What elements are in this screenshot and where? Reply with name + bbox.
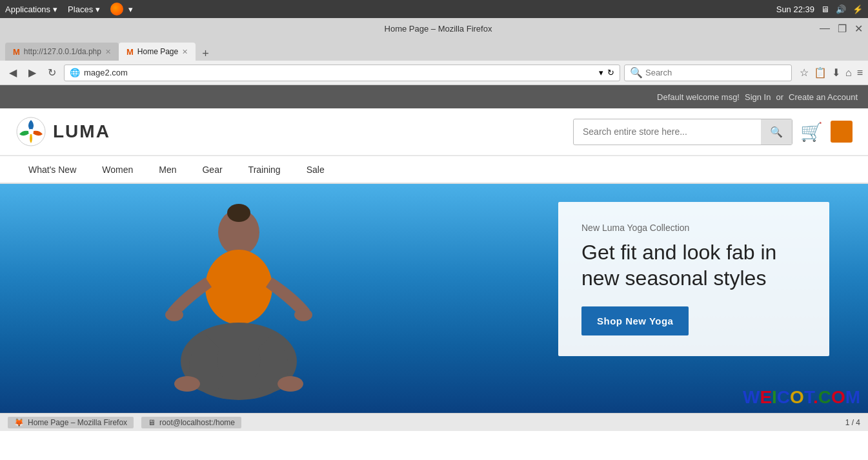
back-button[interactable]: ◀ — [5, 65, 21, 80]
site-search-input[interactable] — [574, 120, 761, 143]
menu-icon[interactable]: ≡ — [857, 67, 863, 79]
statusbar-task1-label: Home Page – Mozilla Firefox — [28, 418, 127, 427]
nav-item-sale[interactable]: Sale — [294, 156, 338, 183]
page-indicator: 1 / 4 — [845, 418, 860, 427]
browser-search-input[interactable] — [645, 68, 786, 77]
welcome-bar: Default welcome msg! Sign In or Create a… — [0, 85, 868, 108]
applications-menu[interactable]: Applications ▾ — [5, 5, 57, 14]
create-account-link[interactable]: Create an Account — [789, 92, 858, 102]
statusbar-task2-label: root@localhost:/home — [159, 418, 235, 427]
logo-icon — [15, 116, 46, 147]
tab2-label: Home Page — [137, 47, 178, 56]
watermark: WEICOT.COM — [743, 387, 860, 408]
browser-titlebar: Home Page – Mozilla Firefox — ❐ ✕ — [0, 18, 868, 39]
bookmark-icon[interactable]: 📋 — [814, 66, 827, 79]
signin-link[interactable]: Sign In — [745, 92, 771, 102]
places-menu[interactable]: Places ▾ — [68, 5, 100, 14]
applications-label: Applications — [5, 5, 50, 14]
new-tab-button[interactable]: + — [198, 47, 213, 61]
lock-icon: 🌐 — [70, 68, 80, 77]
tab2-close[interactable]: ✕ — [182, 48, 188, 56]
hero-title: Get fit and look fab in new seasonal sty… — [581, 239, 806, 291]
shop-new-yoga-button[interactable]: Shop New Yoga — [581, 306, 689, 335]
cart-icon[interactable]: 🛒 — [800, 121, 823, 143]
svg-point-5 — [205, 250, 272, 325]
download-icon[interactable]: ⬇ — [832, 66, 840, 79]
nav-item-women[interactable]: Women — [89, 156, 146, 183]
header-right: 🔍 🛒 — [573, 119, 853, 145]
svg-point-3 — [227, 204, 250, 222]
hero-subtitle: New Luma Yoga Collection — [581, 223, 806, 233]
tab1-label: http://127.0.0.1/da.php — [24, 47, 101, 56]
applications-arrow: ▾ — [53, 5, 57, 14]
terminal-icon: 🖥 — [148, 418, 156, 427]
address-bar[interactable]: 🌐 mage2.com ▾ ↻ — [64, 65, 620, 81]
refresh-button[interactable]: ↻ — [44, 65, 60, 80]
yoga-person-illustration — [142, 194, 336, 413]
tab1-favicon: M — [13, 47, 20, 57]
dropdown-icon: ▾ — [599, 68, 603, 77]
cart-badge[interactable] — [831, 121, 853, 143]
svg-point-7 — [294, 308, 312, 321]
site-search-button[interactable]: 🔍 — [761, 119, 792, 145]
site-header: LUMA 🔍 🛒 — [0, 108, 868, 155]
places-arrow: ▾ — [96, 5, 100, 14]
logo-text: LUMA — [53, 121, 110, 142]
tab-1[interactable]: M http://127.0.0.1/da.php ✕ — [5, 43, 119, 61]
nav-item-men[interactable]: Men — [146, 156, 189, 183]
statusbar-task-terminal[interactable]: 🖥 root@localhost:/home — [141, 417, 241, 428]
tab1-close[interactable]: ✕ — [105, 48, 111, 56]
places-label: Places — [68, 5, 93, 14]
welcome-message: Default welcome msg! — [657, 92, 740, 102]
site-search[interactable]: 🔍 — [573, 119, 792, 145]
svg-point-1 — [28, 129, 34, 134]
reload-icon: ↻ — [607, 68, 614, 77]
browser-statusbar: 🦊 Home Page – Mozilla Firefox 🖥 root@loc… — [0, 413, 868, 431]
or-text: or — [776, 92, 783, 102]
os-taskbar: Applications ▾ Places ▾ ▾ Sun 22:39 🖥 🔊 … — [0, 0, 868, 18]
volume-icon: 🔊 — [836, 5, 846, 14]
forward-button[interactable]: ▶ — [25, 65, 40, 80]
home-icon[interactable]: ⌂ — [845, 67, 852, 79]
firefox-icon — [110, 3, 123, 15]
statusbar-task-firefox[interactable]: 🦊 Home Page – Mozilla Firefox — [8, 417, 134, 428]
site-navigation: What's New Women Men Gear Training Sale — [0, 155, 868, 184]
hero-text-box: New Luma Yoga Collection Get fit and loo… — [558, 202, 829, 356]
search-icon: 🔍 — [630, 66, 643, 79]
address-text: mage2.com — [84, 68, 595, 77]
firefox-arrow: ▾ — [128, 5, 133, 14]
svg-point-6 — [165, 308, 183, 321]
nav-item-training[interactable]: Training — [236, 156, 294, 183]
svg-point-10 — [174, 376, 200, 392]
monitor-icon: 🖥 — [821, 5, 829, 14]
browser-tabs: M http://127.0.0.1/da.php ✕ M Home Page … — [0, 39, 868, 61]
hero-banner: New Luma Yoga Collection Get fit and loo… — [0, 184, 868, 413]
os-time: Sun 22:39 — [776, 5, 814, 14]
star-icon[interactable]: ☆ — [800, 66, 809, 79]
maximize-button[interactable]: ❐ — [838, 23, 847, 35]
firefox-menu[interactable]: ▾ — [110, 3, 133, 15]
browser-title: Home Page – Mozilla Firefox — [57, 24, 820, 34]
close-button[interactable]: ✕ — [854, 23, 863, 35]
tab-2[interactable]: M Home Page ✕ — [119, 43, 196, 61]
browser-navbar: ◀ ▶ ↻ 🌐 mage2.com ▾ ↻ 🔍 ☆ 📋 ⬇ ⌂ ≡ — [0, 61, 868, 85]
tab2-favicon: M — [126, 47, 134, 57]
battery-icon: ⚡ — [853, 5, 863, 14]
browser-search-bar[interactable]: 🔍 — [624, 65, 792, 81]
logo[interactable]: LUMA — [15, 116, 110, 147]
svg-point-9 — [278, 376, 303, 392]
nav-item-gear[interactable]: Gear — [189, 156, 235, 183]
nav-item-whats-new[interactable]: What's New — [15, 156, 89, 183]
firefox-status-icon: 🦊 — [14, 418, 24, 427]
website-content: Default welcome msg! Sign In or Create a… — [0, 85, 868, 413]
minimize-button[interactable]: — — [820, 23, 830, 34]
browser-chrome: Home Page – Mozilla Firefox — ❐ ✕ M http… — [0, 18, 868, 85]
